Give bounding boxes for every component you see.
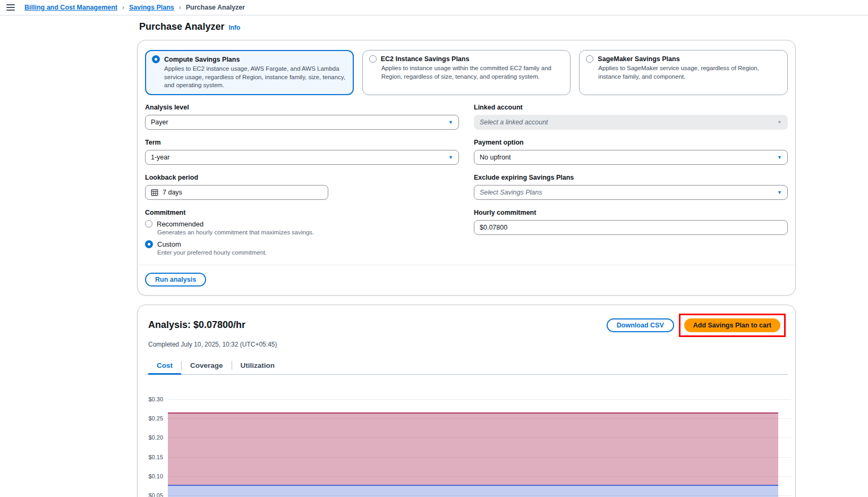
analysis-completed-timestamp: Completed July 10, 2025, 10:32 (UTC+05:4… (148, 341, 788, 348)
cost-area-chart: $0.30$0.25$0.20$0.15$0.10$0.05$0.00Jul 4… (168, 399, 778, 497)
tab-coverage[interactable]: Coverage (182, 358, 232, 374)
analysis-level-value: Payer (151, 119, 448, 126)
divider (138, 265, 795, 265)
caret-down-icon: ▼ (777, 190, 782, 195)
commitment-label: Commitment (145, 209, 459, 216)
download-csv-button[interactable]: Download CSV (607, 318, 674, 332)
run-analysis-button[interactable]: Run analysis (145, 273, 206, 287)
y-axis-tick-label: $0.15 (148, 454, 163, 460)
breadcrumb-billing-link[interactable]: Billing and Cost Management (24, 4, 117, 11)
analysis-tabs: Cost Coverage Utilization (145, 358, 788, 375)
analysis-level-select[interactable]: Payer ▼ (145, 115, 459, 130)
exclude-expiring-placeholder: Select Savings Plans (480, 189, 777, 196)
radio-selected-icon (152, 55, 160, 63)
tile-description: Applies to instance usage within the com… (381, 64, 564, 81)
commitment-option-recommended[interactable]: Recommended (145, 220, 459, 228)
lookback-period-input[interactable]: 7 days (145, 185, 328, 200)
y-axis-tick-label: $0.30 (148, 396, 163, 402)
breadcrumb-savings-plans-link[interactable]: Savings Plans (129, 4, 174, 11)
linked-account-placeholder: Select a linked account (480, 119, 777, 126)
top-navigation-bar: Billing and Cost Management › Savings Pl… (0, 0, 868, 15)
breadcrumb: Billing and Cost Management › Savings Pl… (24, 4, 245, 11)
analysis-level-label: Analysis level (145, 104, 459, 111)
commitment-option-description: Generates an hourly commitment that maxi… (157, 229, 459, 235)
hourly-commitment-input[interactable]: $0.07800 (474, 220, 788, 235)
caret-down-icon: ▼ (777, 120, 782, 125)
radio-unselected-icon (369, 55, 377, 63)
chevron-right-icon: › (122, 4, 124, 11)
chevron-right-icon: › (179, 4, 181, 11)
lookback-period-value: 7 days (163, 189, 322, 196)
page-title: Purchase Analyzer (139, 21, 224, 32)
tile-title: SageMaker Savings Plans (598, 55, 679, 63)
radio-selected-icon (145, 240, 153, 248)
red-highlight-annotation: Add Savings Plan to cart (679, 314, 786, 337)
caret-down-icon: ▼ (448, 155, 453, 160)
linked-account-select: Select a linked account ▼ (474, 115, 788, 130)
y-axis-tick-label: $0.20 (148, 434, 163, 441)
tab-utilization[interactable]: Utilization (232, 358, 284, 374)
hamburger-menu-icon[interactable] (6, 3, 18, 12)
y-axis-tick-label: $0.10 (148, 473, 163, 479)
breadcrumb-current: Purchase Analyzer (186, 4, 245, 11)
tile-ec2-instance-savings-plans[interactable]: EC2 Instance Savings Plans Applies to in… (362, 50, 571, 95)
info-link[interactable]: Info (228, 24, 240, 31)
hourly-commitment-label: Hourly commitment (474, 209, 788, 216)
add-savings-plan-to-cart-button[interactable]: Add Savings Plan to cart (684, 318, 780, 332)
term-value: 1-year (151, 154, 448, 161)
main-content: Purchase Analyzer Info Compute Savings P… (0, 15, 796, 497)
tab-cost[interactable]: Cost (148, 358, 181, 374)
exclude-expiring-label: Exclude expiring Savings Plans (474, 174, 788, 181)
chart-area-band (168, 485, 778, 497)
radio-unselected-icon (145, 220, 152, 228)
purchase-analyzer-form-card: Compute Savings Plans Applies to EC2 ins… (137, 40, 796, 296)
payment-option-value: No upfront (480, 154, 777, 161)
lookback-period-label: Lookback period (145, 174, 459, 181)
tile-compute-savings-plans[interactable]: Compute Savings Plans Applies to EC2 ins… (145, 50, 354, 95)
caret-down-icon: ▼ (777, 155, 782, 160)
chart-gridline (168, 399, 791, 400)
plan-type-tiles: Compute Savings Plans Applies to EC2 ins… (145, 50, 788, 95)
tile-title: EC2 Instance Savings Plans (381, 55, 470, 63)
commitment-option-description: Enter your preferred hourly commitment. (157, 249, 459, 256)
y-axis-tick-label: $0.25 (148, 415, 163, 422)
commitment-option-title: Recommended (157, 220, 203, 228)
tile-sagemaker-savings-plans[interactable]: SageMaker Savings Plans Applies to SageM… (579, 50, 788, 95)
linked-account-label: Linked account (474, 104, 788, 111)
analysis-result-card: Analysis: $0.07800/hr Download CSV Add S… (137, 305, 796, 497)
calendar-icon (151, 189, 158, 196)
tile-description: Applies to EC2 instance usage, AWS Farga… (164, 65, 347, 90)
commitment-option-custom[interactable]: Custom (145, 240, 459, 248)
commitment-option-title: Custom (157, 240, 181, 248)
payment-option-select[interactable]: No upfront ▼ (474, 150, 788, 165)
tile-description: Applies to SageMaker service usage, rega… (598, 64, 781, 81)
term-select[interactable]: 1-year ▼ (145, 150, 459, 165)
term-label: Term (145, 139, 459, 146)
tile-title: Compute Savings Plans (164, 56, 240, 63)
radio-unselected-icon (586, 55, 593, 63)
analysis-title: Analysis: $0.07800/hr (148, 319, 245, 331)
exclude-expiring-select[interactable]: Select Savings Plans ▼ (474, 185, 788, 200)
chart-area-band (168, 412, 778, 485)
payment-option-label: Payment option (474, 139, 788, 146)
y-axis-tick-label: $0.05 (148, 492, 163, 497)
caret-down-icon: ▼ (448, 120, 453, 125)
hourly-commitment-value: $0.07800 (480, 224, 782, 231)
